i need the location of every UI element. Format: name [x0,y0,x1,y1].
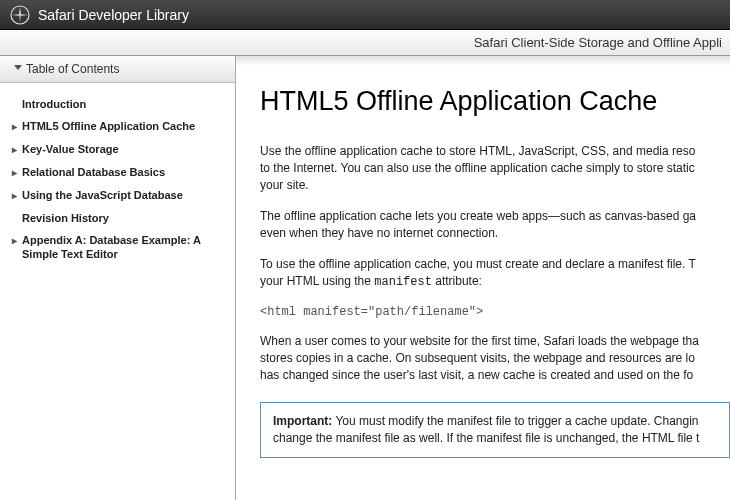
chevron-right-icon: ▸ [12,143,22,157]
chevron-right-icon: ▸ [12,189,22,203]
compass-icon [10,5,30,25]
sidebar-item[interactable]: Revision History [12,207,229,229]
main-container: Table of Contents Introduction▸HTML5 Off… [0,56,730,500]
chevron-down-icon [14,65,22,70]
sidebar-item[interactable]: ▸Using the JavaScript Database [12,184,229,207]
inline-code: manifest [374,275,432,289]
important-callout: Important: You must modify the manifest … [260,402,730,458]
app-header: Safari Developer Library [0,0,730,30]
paragraph: To use the offline application cache, yo… [260,256,730,291]
chevron-right-icon: ▸ [12,166,22,180]
paragraph: Use the offline application cache to sto… [260,143,730,194]
sidebar: Table of Contents Introduction▸HTML5 Off… [0,56,236,500]
page-title: HTML5 Offline Application Cache [260,86,730,117]
sidebar-item[interactable]: ▸Key-Value Storage [12,138,229,161]
chevron-right-icon: ▸ [12,234,22,248]
sidebar-item-label: Key-Value Storage [22,142,229,156]
content-shadow [236,56,730,66]
sidebar-item[interactable]: Introduction [12,93,229,115]
chevron-right-icon: ▸ [12,120,22,134]
sidebar-item-label: HTML5 Offline Application Cache [22,119,229,133]
sidebar-item[interactable]: ▸HTML5 Offline Application Cache [12,115,229,138]
sidebar-item-label: Introduction [22,97,229,111]
paragraph: The offline application cache lets you c… [260,208,730,242]
breadcrumb-title: Safari Client-Side Storage and Offline A… [474,35,722,50]
paragraph: When a user comes to your website for th… [260,333,730,384]
sidebar-item-label: Using the JavaScript Database [22,188,229,202]
content-area: HTML5 Offline Application Cache Use the … [236,56,730,500]
sidebar-item[interactable]: ▸Appendix A: Database Example: A Simple … [12,229,229,265]
breadcrumb-bar: Safari Client-Side Storage and Offline A… [0,30,730,56]
sidebar-item[interactable]: ▸Relational Database Basics [12,161,229,184]
toc-header[interactable]: Table of Contents [0,56,235,83]
toc-label: Table of Contents [26,62,119,76]
important-label: Important: [273,414,332,428]
sidebar-item-label: Relational Database Basics [22,165,229,179]
header-title: Safari Developer Library [38,7,189,23]
sidebar-item-label: Appendix A: Database Example: A Simple T… [22,233,229,261]
toc-list: Introduction▸HTML5 Offline Application C… [0,83,235,275]
code-block: <html manifest="path/filename"> [260,305,730,319]
article: HTML5 Offline Application Cache Use the … [236,66,730,458]
sidebar-item-label: Revision History [22,211,229,225]
